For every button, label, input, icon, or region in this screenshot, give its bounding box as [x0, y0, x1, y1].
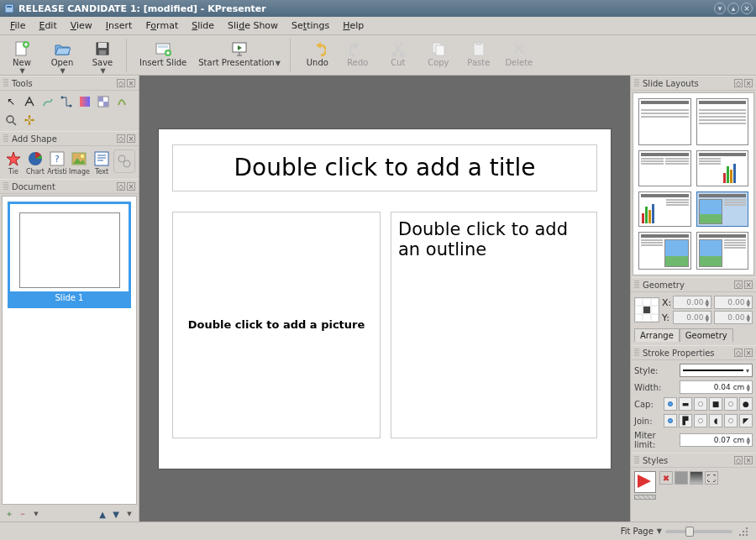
cap-square[interactable]: [694, 397, 707, 411]
layout-title-content[interactable]: [638, 98, 691, 145]
document-panel-header[interactable]: Document ◇ ×: [0, 180, 139, 194]
panel-close-icon[interactable]: ×: [744, 79, 753, 87]
connector-tool-icon[interactable]: [59, 94, 74, 109]
add-slide-button[interactable]: ＋: [3, 508, 15, 520]
menu-edit[interactable]: Edit: [32, 18, 63, 33]
slide-canvas-area[interactable]: Double click to add a title Double click…: [139, 76, 630, 522]
layout-text-chart[interactable]: [696, 150, 749, 186]
width-input[interactable]: 0.00▲▼: [714, 296, 753, 309]
panel-close-icon[interactable]: ×: [744, 456, 753, 464]
save-button[interactable]: Save▼: [84, 37, 121, 77]
panel-close-icon[interactable]: ×: [127, 134, 135, 143]
cap-round[interactable]: [724, 397, 738, 411]
menu-view[interactable]: View: [64, 18, 99, 33]
shape-chart[interactable]: Chart: [25, 149, 45, 176]
join-miter[interactable]: [664, 414, 677, 427]
slide-page[interactable]: Double click to add a title Double click…: [159, 129, 611, 469]
height-input[interactable]: 0.00▲▼: [714, 311, 753, 324]
zoom-menu-icon[interactable]: ▼: [657, 527, 662, 535]
panel-close-icon[interactable]: ×: [127, 79, 135, 87]
layout-text-picture[interactable]: [638, 232, 691, 270]
window-minimize-button[interactable]: ▾: [714, 3, 726, 14]
menu-help[interactable]: Help: [336, 18, 370, 33]
remove-slide-button[interactable]: －: [17, 508, 29, 520]
slide-sorter[interactable]: Slide 1: [2, 196, 137, 505]
miter-limit-input[interactable]: 0.07 cm▲▼: [680, 433, 753, 447]
layout-picture-bullets[interactable]: [696, 232, 749, 270]
panel-float-icon[interactable]: ◇: [117, 79, 125, 87]
panel-float-icon[interactable]: ◇: [734, 456, 743, 464]
layout-picture-text[interactable]: [696, 191, 749, 227]
resize-grip-icon[interactable]: [738, 526, 749, 537]
menu-slideshow[interactable]: Slide Show: [221, 18, 285, 33]
panel-float-icon[interactable]: ◇: [734, 280, 743, 289]
paste-button[interactable]: Paste: [460, 37, 497, 70]
pattern-tool-icon[interactable]: [96, 94, 111, 109]
pan-tool-icon[interactable]: [22, 113, 37, 128]
open-button[interactable]: Open▼: [44, 37, 81, 77]
move-slide-up-button[interactable]: ▲: [97, 508, 108, 520]
copy-button[interactable]: Copy: [420, 37, 457, 70]
style-gradient[interactable]: [690, 471, 703, 485]
add-shape-header[interactable]: Add Shape ◇ ×: [0, 132, 139, 146]
outline-placeholder[interactable]: Double click to add an outline: [391, 212, 597, 438]
panel-close-icon[interactable]: ×: [127, 182, 135, 191]
panel-float-icon[interactable]: ◇: [734, 349, 743, 357]
tools-panel-header[interactable]: Tools ◇ ×: [0, 76, 139, 91]
gradient-tool-icon[interactable]: [77, 94, 92, 109]
slide-order-menu-button[interactable]: ▼: [123, 508, 135, 520]
join-bevel[interactable]: [724, 414, 738, 427]
undo-button[interactable]: Undo: [299, 37, 336, 70]
anchor-picker[interactable]: [634, 297, 659, 322]
current-style-swatch[interactable]: [634, 471, 656, 493]
window-maximize-button[interactable]: ▴: [727, 3, 739, 14]
stroke-header[interactable]: Stroke Properties ◇ ×: [631, 346, 756, 360]
cap-butt[interactable]: [664, 397, 677, 411]
window-close-button[interactable]: ×: [741, 3, 753, 14]
cut-button[interactable]: Cut: [380, 37, 417, 70]
slide-layouts-header[interactable]: Slide Layouts ◇ ×: [631, 76, 756, 91]
geometry-header[interactable]: Geometry ◇ ×: [631, 278, 756, 292]
zoom-control[interactable]: Fit Page ▼: [621, 527, 732, 536]
start-presentation-button[interactable]: Start Presentation▼: [194, 37, 285, 70]
title-placeholder[interactable]: Double click to add a title: [172, 144, 597, 191]
zoom-slider[interactable]: [665, 530, 732, 533]
zoom-tool-icon[interactable]: [3, 113, 18, 128]
y-position-input[interactable]: 0.00▲▼: [673, 311, 711, 324]
panel-close-icon[interactable]: ×: [744, 280, 753, 289]
move-slide-down-button[interactable]: ▼: [110, 508, 122, 520]
delete-button[interactable]: Delete: [501, 37, 538, 70]
layout-chart-text[interactable]: [638, 191, 691, 227]
path-tool-icon[interactable]: [40, 94, 55, 109]
tab-arrange[interactable]: Arrange: [634, 328, 680, 342]
new-button[interactable]: New▼: [3, 37, 40, 77]
menu-insert[interactable]: Insert: [99, 18, 139, 33]
menu-file[interactable]: File: [3, 18, 32, 33]
slide-thumbnail-1[interactable]: Slide 1: [8, 202, 131, 308]
picture-placeholder[interactable]: Double click to add a picture: [172, 212, 381, 438]
stroke-style-select[interactable]: ▾: [680, 364, 753, 377]
tab-geometry[interactable]: Geometry: [680, 328, 733, 342]
menu-settings[interactable]: Settings: [285, 18, 336, 33]
shape-text[interactable]: Text: [92, 149, 112, 176]
menu-format[interactable]: Format: [139, 18, 185, 33]
styles-header[interactable]: Styles ◇ ×: [631, 453, 756, 468]
more-shapes-button[interactable]: [113, 149, 135, 173]
shape-tie[interactable]: Tie: [3, 149, 24, 176]
x-position-input[interactable]: 0.00▲▼: [673, 296, 711, 309]
style-delete[interactable]: ✖: [659, 471, 673, 485]
redo-button[interactable]: Redo: [339, 37, 376, 70]
style-expand[interactable]: ⛶: [705, 471, 718, 485]
layout-title-bullets[interactable]: [696, 98, 749, 145]
menu-slide[interactable]: Slide: [185, 18, 221, 33]
panel-close-icon[interactable]: ×: [744, 349, 753, 357]
join-round[interactable]: [694, 414, 707, 427]
stroke-width-input[interactable]: 0.04 cm▲▼: [680, 380, 753, 394]
panel-float-icon[interactable]: ◇: [734, 79, 743, 87]
panel-float-icon[interactable]: ◇: [117, 182, 125, 191]
style-none[interactable]: [634, 495, 656, 500]
style-flat[interactable]: [675, 471, 688, 485]
layout-two-content[interactable]: [638, 150, 691, 186]
shape-artistic[interactable]: ?Artisti: [47, 149, 67, 176]
slide-menu-button[interactable]: ▼: [30, 508, 42, 520]
